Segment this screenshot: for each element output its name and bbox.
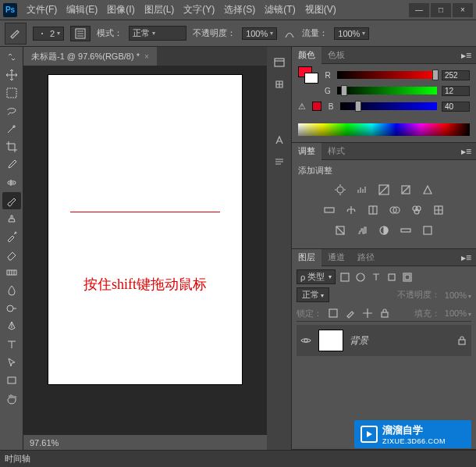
- paragraph-panel-icon[interactable]: [270, 153, 289, 172]
- blend-mode-select[interactable]: 正常▾: [129, 26, 186, 41]
- filter-adjust-icon[interactable]: [354, 271, 367, 283]
- visibility-icon[interactable]: [300, 334, 312, 347]
- flow-field[interactable]: 100%▾: [334, 27, 369, 40]
- eraser-tool[interactable]: [2, 246, 21, 263]
- r-slider[interactable]: [337, 71, 437, 79]
- tab-styles[interactable]: 样式: [321, 143, 351, 160]
- timeline-tab[interactable]: 时间轴: [5, 453, 30, 465]
- layer-name[interactable]: 背景: [350, 334, 368, 348]
- menu-file[interactable]: 文件(F): [22, 3, 62, 16]
- lock-position-icon[interactable]: [361, 307, 374, 319]
- levels-icon[interactable]: [355, 183, 369, 197]
- color-lookup-icon[interactable]: [432, 203, 446, 217]
- lasso-tool[interactable]: [2, 102, 21, 119]
- color-balance-icon[interactable]: [344, 203, 358, 217]
- lock-transparent-icon[interactable]: [327, 307, 339, 319]
- path-selection-tool[interactable]: [2, 354, 21, 371]
- filter-smart-icon[interactable]: [401, 271, 414, 283]
- curves-icon[interactable]: [377, 183, 391, 197]
- invert-icon[interactable]: [333, 223, 347, 237]
- panel-menu-icon[interactable]: ▸≡: [456, 252, 476, 263]
- pressure-opacity-icon[interactable]: [283, 27, 296, 40]
- eyedropper-tool[interactable]: [2, 156, 21, 173]
- window-close-button[interactable]: ×: [453, 3, 473, 17]
- tab-adjustments[interactable]: 调整: [292, 143, 321, 160]
- brush-panel-toggle[interactable]: [70, 26, 91, 41]
- type-tool[interactable]: [2, 336, 21, 353]
- properties-panel-icon[interactable]: [270, 75, 289, 94]
- zoom-level[interactable]: 97.61%: [30, 438, 59, 447]
- menu-filter[interactable]: 滤镜(T): [260, 3, 300, 16]
- tab-paths[interactable]: 路径: [351, 249, 381, 266]
- panel-menu-icon[interactable]: ▸≡: [456, 146, 476, 157]
- b-slider[interactable]: [340, 102, 437, 110]
- panel-menu-icon[interactable]: ▸≡: [456, 50, 476, 61]
- posterize-icon[interactable]: [355, 223, 369, 237]
- color-ramp[interactable]: [298, 123, 470, 136]
- crop-tool[interactable]: [2, 138, 21, 155]
- g-slider[interactable]: [337, 87, 437, 94]
- history-panel-icon[interactable]: [270, 53, 289, 72]
- selective-color-icon[interactable]: [421, 223, 435, 237]
- layer-filter-kind[interactable]: ρ 类型▾: [297, 269, 336, 284]
- hand-tool[interactable]: [2, 390, 21, 407]
- lock-all-icon[interactable]: [378, 307, 391, 319]
- window-maximize-button[interactable]: □: [431, 3, 451, 17]
- menu-view[interactable]: 视图(V): [300, 3, 341, 16]
- history-brush-tool[interactable]: [2, 228, 21, 245]
- layer-opacity-value[interactable]: 100%▾: [445, 291, 471, 300]
- channel-mixer-icon[interactable]: [410, 203, 424, 217]
- g-value[interactable]: 12: [442, 86, 470, 96]
- menu-edit[interactable]: 编辑(E): [62, 3, 102, 16]
- layer-item-background[interactable]: 背景: [297, 325, 471, 356]
- gamut-warning-icon[interactable]: ⚠: [298, 102, 307, 112]
- menu-image[interactable]: 图像(I): [102, 3, 139, 16]
- tab-color[interactable]: 颜色: [292, 47, 321, 64]
- dodge-tool[interactable]: [2, 300, 21, 317]
- fill-value[interactable]: 100%▾: [445, 308, 471, 318]
- menu-layer[interactable]: 图层(L): [140, 3, 179, 16]
- window-minimize-button[interactable]: —: [409, 3, 429, 17]
- canvas[interactable]: 按住shift键拖动鼠标: [48, 75, 242, 384]
- brush-picker[interactable]: 2 ▾: [33, 27, 64, 41]
- brush-tool[interactable]: [2, 192, 21, 209]
- threshold-icon[interactable]: [377, 223, 391, 237]
- layer-blend-mode[interactable]: 正常▾: [297, 287, 329, 302]
- hue-sat-icon[interactable]: [322, 203, 336, 217]
- clone-stamp-tool[interactable]: [2, 210, 21, 227]
- move-tool[interactable]: [2, 66, 21, 84]
- lock-paint-icon[interactable]: [344, 307, 357, 319]
- filter-pixel-icon[interactable]: [339, 271, 351, 283]
- exposure-icon[interactable]: [399, 183, 413, 197]
- tab-channels[interactable]: 通道: [321, 249, 351, 266]
- brightness-contrast-icon[interactable]: [333, 183, 347, 197]
- r-value[interactable]: 252: [442, 70, 470, 80]
- magic-wand-tool[interactable]: [2, 120, 21, 137]
- healing-brush-tool[interactable]: [2, 174, 21, 191]
- black-white-icon[interactable]: [366, 203, 380, 217]
- rectangle-tool[interactable]: [2, 372, 21, 389]
- vibrance-icon[interactable]: [421, 183, 435, 197]
- layer-thumbnail[interactable]: [318, 330, 343, 351]
- gradient-map-icon[interactable]: [399, 223, 413, 237]
- close-tab-icon[interactable]: ×: [144, 52, 149, 61]
- menu-type[interactable]: 文字(Y): [179, 3, 219, 16]
- photo-filter-icon[interactable]: [388, 203, 402, 217]
- gamut-swatch[interactable]: [312, 102, 321, 111]
- tool-preset-picker[interactable]: [5, 23, 27, 45]
- opacity-field[interactable]: 100%▾: [242, 27, 277, 40]
- background-swatch[interactable]: [304, 73, 318, 84]
- collapse-arrows-icon[interactable]: [2, 48, 21, 66]
- document-tab[interactable]: 未标题-1 @ 97.6%(RGB/8) * ×: [23, 47, 157, 66]
- canvas-viewport[interactable]: 按住shift键拖动鼠标: [23, 66, 267, 434]
- pen-tool[interactable]: [2, 318, 21, 335]
- filter-shape-icon[interactable]: [385, 271, 398, 283]
- character-panel-icon[interactable]: [270, 131, 289, 150]
- blur-tool[interactable]: [2, 282, 21, 299]
- tab-layers[interactable]: 图层: [292, 249, 321, 266]
- tab-swatches[interactable]: 色板: [321, 47, 351, 64]
- menu-select[interactable]: 选择(S): [219, 3, 260, 16]
- filter-type-icon[interactable]: [370, 271, 382, 283]
- marquee-tool[interactable]: [2, 84, 21, 102]
- b-value[interactable]: 40: [442, 102, 470, 112]
